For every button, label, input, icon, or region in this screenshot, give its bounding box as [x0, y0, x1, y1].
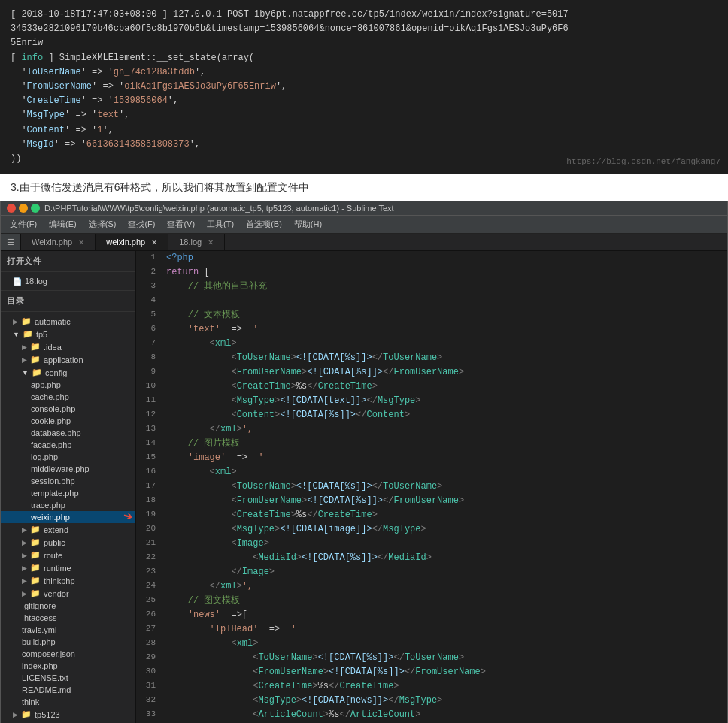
- sidebar-folder-automatic[interactable]: ▶ 📁 automatic: [1, 315, 135, 328]
- sidebar-folder-idea[interactable]: ▶ 📁 .idea: [1, 340, 135, 353]
- sidebar-folder-application[interactable]: ▶ 📁 application: [1, 353, 135, 366]
- sidebar-item-label: route: [44, 551, 62, 560]
- code-line-19: 19 <CreateTime>%s</CreateTime>: [136, 508, 727, 522]
- line-content: 'TplHead' => ': [163, 622, 727, 637]
- log-line-6: 'MsgType' => 'text',: [11, 108, 717, 123]
- sidebar-file-facade[interactable]: facade.php: [1, 439, 135, 451]
- sidebar-file-app[interactable]: app.php: [1, 379, 135, 391]
- tab-18log[interactable]: 18.log ✕: [168, 234, 225, 250]
- tab-close-icon[interactable]: ✕: [208, 238, 214, 247]
- line-content: <MediaId><![CDATA[%s]]></MediaId>: [163, 551, 727, 565]
- menu-file[interactable]: 文件(F): [4, 217, 43, 231]
- sidebar-toggle[interactable]: ☰: [1, 234, 21, 250]
- maximize-button[interactable]: [31, 204, 40, 213]
- code-line-33: 33 <ArticleCount>%s</ArticleCount>: [136, 708, 727, 722]
- line-number: 1: [136, 251, 163, 265]
- sidebar-file-database[interactable]: database.php: [1, 427, 135, 439]
- sidebar-folder-thinkphp[interactable]: ▶ 📁 thinkphp: [1, 574, 135, 587]
- sidebar-folder-config[interactable]: ▼ 📁 config: [1, 366, 135, 379]
- tab-weixin-lower[interactable]: weixin.php ✕: [96, 234, 168, 250]
- line-number: 4: [136, 294, 163, 308]
- log-line-4: 'FromUserName' => 'oikAq1Fgs1AESJo3uPy6F…: [11, 80, 717, 94]
- sidebar-folder-tp5123[interactable]: ▶ 📁 tp5123: [1, 708, 135, 721]
- menu-preferences[interactable]: 首选项(B): [240, 217, 288, 231]
- sidebar-folder-public[interactable]: ▶ 📁 public: [1, 536, 135, 549]
- arrow-icon: ▶: [13, 711, 18, 718]
- sidebar-file-htaccess[interactable]: .htaccess: [1, 612, 135, 624]
- sidebar-folder-tp5[interactable]: ▼ 📁 tp5: [1, 328, 135, 340]
- arrow-icon: ▶: [22, 343, 27, 351]
- menu-tools[interactable]: 工具(T): [201, 217, 240, 231]
- close-button[interactable]: [7, 204, 16, 213]
- line-number: 7: [136, 337, 163, 351]
- code-line-9: 9 <FromUserName><![CDATA[%s]]></FromUser…: [136, 365, 727, 380]
- menu-edit[interactable]: 编辑(E): [43, 217, 83, 231]
- line-content: <ArticleCount>%s</ArticleCount>: [163, 708, 727, 722]
- code-editor[interactable]: 1 <?php 2 return [ 3 // 其他的自己补充 4 5: [136, 251, 727, 723]
- sidebar-file-index[interactable]: index.php: [1, 660, 135, 672]
- line-number: 13: [136, 422, 163, 437]
- sidebar-file-gitignore[interactable]: .gitignore: [1, 600, 135, 612]
- line-content: <ToUserName><![CDATA[%s]]></ToUserName>: [163, 479, 727, 494]
- line-content: <FromUserName><![CDATA[%s]]></FromUserNa…: [163, 665, 727, 679]
- minimize-button[interactable]: [19, 204, 28, 213]
- code-line-14: 14 // 图片模板: [136, 437, 727, 451]
- sidebar-file-cookie[interactable]: cookie.php: [1, 415, 135, 427]
- sidebar-folder-runtime[interactable]: ▶ 📁 runtime: [1, 561, 135, 574]
- menu-view[interactable]: 查看(V): [161, 217, 201, 231]
- arrow-icon: ▶: [22, 526, 27, 534]
- sidebar-item-label: template.php: [31, 489, 79, 498]
- menu-select[interactable]: 选择(S): [83, 217, 123, 231]
- sidebar-item-label: cookie.php: [31, 416, 71, 425]
- sidebar-file-log[interactable]: log.php: [1, 451, 135, 463]
- code-line-23: 23 </Image>: [136, 565, 727, 579]
- sidebar-file-think[interactable]: think: [1, 696, 135, 708]
- tab-close-icon[interactable]: ✕: [78, 238, 84, 247]
- sidebar-file-session[interactable]: session.php: [1, 475, 135, 487]
- line-number: 33: [136, 708, 163, 722]
- code-line-12: 12 <Content><![CDATA[%s]]></Content>: [136, 408, 727, 422]
- sidebar-item-label: index.php: [22, 661, 58, 670]
- menu-find[interactable]: 查找(F): [122, 217, 161, 231]
- line-content: </xml>',: [163, 422, 727, 437]
- arrow-icon: ▼: [13, 331, 20, 338]
- code-line-30: 30 <FromUserName><![CDATA[%s]]></FromUse…: [136, 665, 727, 679]
- sidebar-file-cache[interactable]: cache.php: [1, 391, 135, 403]
- sidebar-open-files-header: 打开文件: [1, 251, 135, 272]
- sidebar-item-18log[interactable]: 📄 18.log: [1, 275, 135, 287]
- line-content: <CreateTime>%s</CreateTime>: [163, 380, 727, 394]
- line-content: <xml>: [163, 637, 727, 651]
- line-content: // 图文模板: [163, 594, 727, 608]
- sidebar-folder-vendor[interactable]: ▶ 📁 vendor: [1, 587, 135, 600]
- line-content: <Image>: [163, 537, 727, 551]
- sidebar-item-label: 18.log: [25, 277, 47, 286]
- line-number: 26: [136, 608, 163, 622]
- sidebar-item-label: app.php: [31, 380, 61, 389]
- sidebar-file-weixin[interactable]: weixin.php ➔: [1, 511, 135, 523]
- menu-help[interactable]: 帮助(H): [288, 217, 328, 231]
- arrow-icon: ▶: [13, 318, 18, 325]
- code-line-15: 15 'image' => ': [136, 451, 727, 465]
- sidebar-folder-extend[interactable]: ▶ 📁 extend: [1, 523, 135, 536]
- sidebar-file-trace[interactable]: trace.php: [1, 499, 135, 511]
- sidebar-file-composer[interactable]: composer.json: [1, 648, 135, 660]
- sidebar-item-label: build.php: [22, 637, 56, 646]
- line-content: <MsgType><![CDATA[news]]></MsgType>: [163, 694, 727, 708]
- tab-weixin-upper[interactable]: Weixin.php ✕: [21, 234, 96, 250]
- tab-close-icon[interactable]: ✕: [151, 238, 157, 247]
- sidebar-file-template[interactable]: template.php: [1, 487, 135, 499]
- sidebar-item-label: vendor: [44, 589, 69, 598]
- sidebar-item-label: think: [22, 697, 39, 706]
- sidebar-item-label: .htaccess: [22, 613, 56, 622]
- line-number: 18: [136, 494, 163, 508]
- line-number: 2: [136, 265, 163, 280]
- sidebar-file-travis[interactable]: travis.yml: [1, 624, 135, 636]
- sidebar-file-middleware[interactable]: middleware.php: [1, 463, 135, 475]
- line-number: 17: [136, 479, 163, 494]
- sidebar-file-build[interactable]: build.php: [1, 636, 135, 648]
- sidebar-file-license[interactable]: LICENSE.txt: [1, 672, 135, 684]
- sidebar-file-readme[interactable]: README.md: [1, 684, 135, 696]
- line-number: 11: [136, 394, 163, 408]
- sidebar-folder-route[interactable]: ▶ 📁 route: [1, 549, 135, 561]
- sidebar-file-console[interactable]: console.php: [1, 403, 135, 415]
